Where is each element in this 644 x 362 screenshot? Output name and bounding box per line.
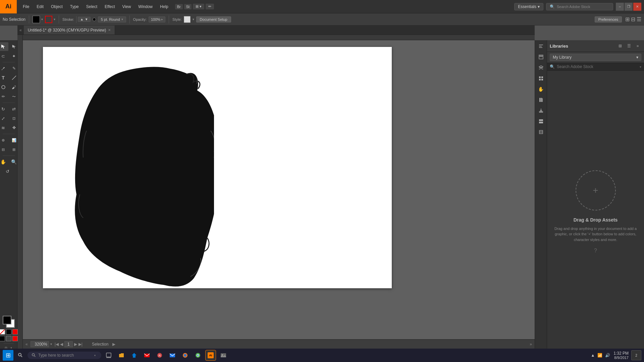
document-tab[interactable]: Untitled-1* @ 3200% (CMYK/GPU Preview) ✕ [24, 25, 115, 35]
taskbar-illustrator[interactable]: Ai [205, 350, 216, 361]
brush-size-selector[interactable]: 5 pt. Round ▾ [98, 16, 126, 22]
fill-swatch[interactable] [33, 16, 40, 23]
taskbar-search[interactable]: Type here to search [28, 352, 101, 359]
lasso-tool[interactable]: ⊂ [0, 52, 8, 60]
taskbar-email-app[interactable] [167, 350, 178, 361]
taskbar-store[interactable] [129, 350, 140, 361]
brush-btn[interactable]: ✏ [206, 4, 214, 9]
doc-setup-button[interactable]: Document Setup [196, 16, 231, 22]
hand-tool[interactable]: ✋ [0, 158, 8, 166]
arrange-icon[interactable]: ☰ [637, 16, 641, 22]
library-dropdown[interactable]: My Library ▾ [550, 54, 641, 61]
freeform-pen-tool[interactable]: ✎ [9, 64, 19, 73]
paintbrush-tool[interactable]: 🖌 [9, 83, 19, 92]
close-button[interactable]: ✕ [633, 3, 641, 11]
warp-tool[interactable]: ≋ [0, 123, 8, 132]
menu-effect[interactable]: Effect [101, 3, 118, 10]
library-search-arrow[interactable]: ▾ [640, 65, 641, 69]
fill-arrow-icon[interactable]: ▾ [41, 17, 43, 21]
panel-list-icon[interactable]: ☰ [625, 42, 633, 50]
reflect-tool[interactable]: ⇄ [9, 105, 19, 113]
slice-tool[interactable]: ⊞ [9, 145, 19, 154]
show-hidden-icons[interactable]: ▲ [590, 352, 595, 358]
scale-tool[interactable]: ⤢ [0, 114, 8, 123]
maximize-button[interactable]: ❐ [625, 3, 633, 11]
assets-icon[interactable] [536, 74, 546, 83]
stack-icon[interactable] [536, 127, 546, 137]
magic-wand-tool[interactable]: ✦ [9, 52, 19, 60]
zoom-input[interactable] [31, 341, 49, 347]
menu-help[interactable]: Help [157, 3, 172, 10]
smooth-tool[interactable]: 〜 [9, 92, 19, 101]
style-swatch[interactable] [184, 16, 191, 23]
tab-collapse-left[interactable]: « [17, 28, 24, 33]
taskbar-photos[interactable] [218, 350, 229, 361]
clock-area[interactable]: 1:32 PM 8/9/2017 [613, 351, 629, 360]
stroke-arrow-icon[interactable]: ▾ [54, 17, 55, 21]
taskbar-file-explorer[interactable] [116, 350, 127, 361]
next-page-btn[interactable]: ▶ [74, 342, 77, 347]
select-tool[interactable] [0, 42, 8, 51]
volume-icon[interactable]: 🔊 [604, 352, 611, 358]
screen-mode-btn[interactable] [6, 336, 11, 341]
align-icon[interactable]: ⊞ [625, 16, 630, 22]
menu-file[interactable]: File [19, 3, 33, 10]
menu-edit[interactable]: Edit [33, 3, 47, 10]
library-search-input[interactable] [557, 64, 638, 69]
panel-grid-icon[interactable]: ⊞ [616, 42, 624, 50]
last-page-btn[interactable]: ▶| [78, 342, 83, 347]
style-arrow-icon[interactable]: ▾ [193, 17, 194, 21]
search-stock-bar[interactable]: 🔍 Search Adobe Stock [546, 3, 613, 10]
foreground-swatch[interactable] [3, 316, 11, 324]
workspace-btn[interactable]: ⊞ ▾ [193, 4, 204, 9]
menu-view[interactable]: View [119, 3, 135, 10]
layers-icon[interactable] [536, 63, 546, 72]
stroke-swatch[interactable] [45, 16, 52, 23]
ellipse-tool[interactable] [0, 83, 8, 92]
canvas-area[interactable]: ▲ ▼ ◀ ▶ [23, 40, 547, 362]
panel-collapse-icon[interactable]: » [634, 42, 641, 50]
notification-btn[interactable]: 2 [631, 350, 641, 360]
preferences-button[interactable]: Preferences [595, 16, 622, 22]
red-swatch[interactable] [12, 329, 18, 335]
line-tool[interactable] [9, 73, 19, 82]
minimize-button[interactable]: – [616, 3, 624, 11]
normal-mode-btn[interactable] [0, 336, 5, 341]
menu-object[interactable]: Object [48, 3, 66, 10]
column-graph-tool[interactable]: 📊 [9, 136, 19, 144]
none-swatch[interactable] [0, 329, 5, 335]
export-icon[interactable] [536, 106, 546, 115]
artboard-tool[interactable]: ⊟ [0, 145, 8, 154]
free-transform-tool[interactable]: ⊡ [9, 114, 19, 123]
menu-select[interactable]: Select [83, 3, 101, 10]
taskbar-app2[interactable]: R [154, 350, 165, 361]
stock-btn[interactable]: St [184, 4, 192, 9]
page-input[interactable] [64, 341, 73, 347]
tab-close-icon[interactable]: ✕ [108, 28, 111, 32]
first-page-btn[interactable]: |◀ [55, 342, 59, 347]
artboards-icon[interactable] [536, 52, 546, 62]
start-button[interactable]: ⊞ [3, 350, 13, 361]
tool-arrow-btn[interactable]: ▶ [112, 342, 115, 347]
network-icon[interactable]: 📶 [597, 352, 603, 358]
libraries-panel-icon[interactable] [536, 95, 546, 105]
taskbar-mail[interactable] [142, 350, 152, 361]
black-swatch[interactable] [6, 329, 11, 335]
opacity-arrow-icon[interactable]: ▸ [161, 17, 163, 21]
puppet-warp-tool[interactable]: ✤ [9, 123, 19, 132]
pen-tool[interactable] [0, 64, 8, 73]
task-view-btn[interactable] [103, 350, 114, 361]
taskbar-chrome[interactable] [193, 350, 203, 361]
symbol-sprayer-tool[interactable]: ⊛ [0, 136, 8, 144]
pencil-tool[interactable]: ✏ [0, 92, 8, 101]
direct-select-tool[interactable] [9, 42, 19, 51]
dnd-help-icon[interactable]: ? [594, 248, 597, 254]
rotate-tool[interactable]: ↻ [0, 105, 8, 113]
zoom-arrow[interactable]: ▾ [50, 342, 52, 346]
menu-type[interactable]: Type [67, 3, 82, 10]
properties-icon[interactable] [536, 42, 546, 51]
zoom-tool[interactable]: 🔍 [9, 158, 19, 166]
taskbar-firefox[interactable] [180, 350, 191, 361]
status-collapse-right[interactable]: » [530, 342, 532, 347]
hand-strip-icon[interactable]: ✋ [536, 84, 546, 94]
